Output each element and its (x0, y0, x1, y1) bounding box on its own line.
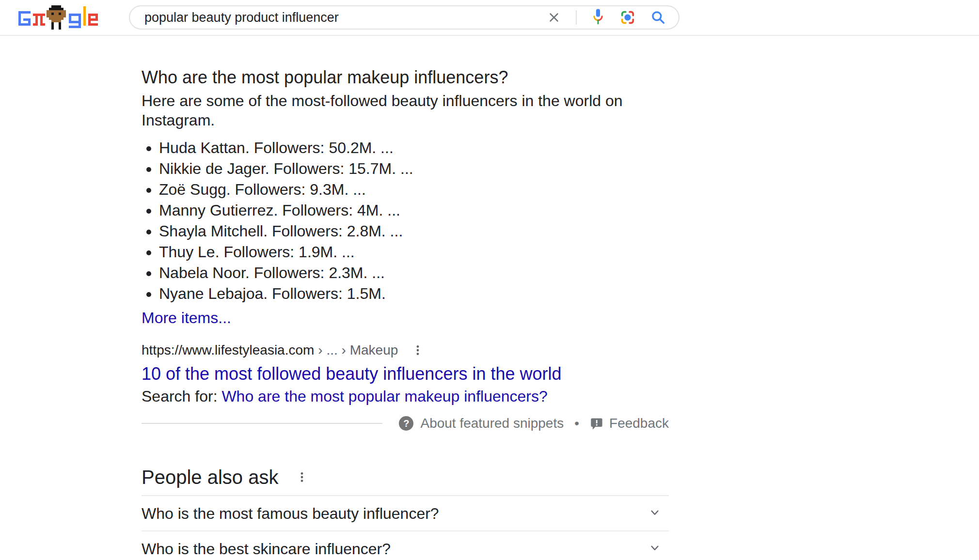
snippet-description: Here are some of the most-followed beaut… (142, 91, 669, 130)
microphone-icon[interactable] (591, 8, 605, 27)
separator-dot: • (574, 416, 579, 431)
list-item: Manny Gutierrez. Followers: 4M. ... (159, 200, 669, 221)
question-text: Who is the most famous beauty influencer… (142, 503, 439, 524)
snippet-footer: ? About featured snippets • Feedback (142, 414, 669, 433)
result-url-row: https://www.lifestyleasia.com › ... › Ma… (142, 342, 669, 358)
more-options-icon[interactable] (411, 344, 424, 357)
camera-lens-icon[interactable] (619, 9, 636, 26)
about-featured-snippets-link[interactable]: About featured snippets (420, 416, 564, 431)
results-column: Who are the most popular makeup influenc… (142, 67, 669, 560)
list-item: Nyane Lebajoa. Followers: 1.5M. (159, 283, 669, 304)
list-item: Nikkie de Jager. Followers: 15.7M. ... (159, 158, 669, 179)
list-item: Shayla Mitchell. Followers: 2.8M. ... (159, 221, 669, 242)
search-header (0, 0, 979, 36)
snippet-divider (142, 423, 382, 424)
search-bar[interactable] (129, 5, 679, 30)
list-item: Thuy Le. Followers: 1.9M. ... (159, 242, 669, 263)
question-list: Who is the most famous beauty influencer… (142, 495, 669, 560)
searchbar-divider (576, 10, 577, 25)
result-title-link[interactable]: 10 of the most followed beauty influence… (142, 364, 562, 384)
more-options-icon[interactable] (296, 471, 308, 483)
chevron-down-icon[interactable] (647, 505, 662, 522)
result-url[interactable]: https://www.lifestyleasia.com (142, 342, 314, 358)
snippet-heading: Who are the most popular makeup influenc… (142, 67, 669, 88)
list-item: Huda Kattan. Followers: 50.2M. ... (159, 138, 669, 158)
google-doodle-logo[interactable] (18, 5, 98, 31)
chevron-down-icon[interactable] (647, 541, 662, 557)
question-row[interactable]: Who is the most famous beauty influencer… (142, 495, 669, 530)
more-items-link[interactable]: More items... (142, 308, 231, 327)
search-input[interactable] (144, 10, 547, 25)
snippet-list: Huda Kattan. Followers: 50.2M. ... Nikki… (142, 138, 669, 304)
clear-icon[interactable] (547, 10, 561, 25)
breadcrumb: › ... › Makeup (318, 342, 398, 358)
feedback-link[interactable]: Feedback (609, 416, 669, 431)
list-item: Zoë Sugg. Followers: 9.3M. ... (159, 179, 669, 200)
search-icon[interactable] (650, 10, 666, 25)
question-row[interactable]: Who is the best skincare influencer? (142, 530, 669, 560)
search-for-label: Search for: (142, 388, 218, 405)
help-icon[interactable]: ? (399, 416, 413, 431)
search-for-link[interactable]: Who are the most popular makeup influenc… (221, 388, 547, 405)
list-item: Nabela Noor. Followers: 2.3M. ... (159, 263, 669, 283)
question-text: Who is the best skincare influencer? (142, 538, 391, 560)
search-for-row: Search for: Who are the most popular mak… (142, 387, 669, 406)
people-also-ask-section: People also ask Who is the most famous b… (142, 465, 669, 560)
people-also-ask-heading: People also ask (142, 465, 278, 489)
feedback-icon[interactable] (590, 417, 603, 430)
featured-snippet: Who are the most popular makeup influenc… (142, 67, 669, 433)
